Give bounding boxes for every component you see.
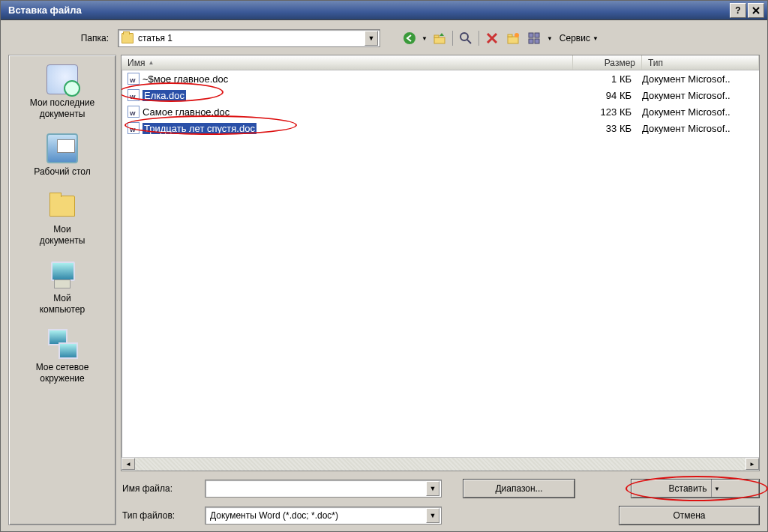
insert-split-arrow-icon[interactable]: ▼ <box>711 480 722 498</box>
place-mydocs[interactable]: Мои документы <box>14 187 111 253</box>
close-button[interactable] <box>748 3 764 18</box>
word-doc-icon <box>128 73 140 85</box>
range-button[interactable]: Диапазон... <box>463 479 575 498</box>
folder-dropdown[interactable]: статья 1 ▼ <box>118 29 380 47</box>
window-title: Вставка файла <box>4 4 730 16</box>
svg-rect-9 <box>508 37 518 43</box>
filetype-combo[interactable]: Документы Word (*.doc; *.doc*) ▼ <box>205 507 442 525</box>
word-doc-icon <box>128 106 140 118</box>
up-button[interactable] <box>430 29 449 47</box>
bottom-controls: Имя файла: ▼ Диапазон... Вставить ▼ <box>121 471 760 525</box>
svg-rect-14 <box>529 39 533 43</box>
folder-label: Папка: <box>8 33 113 43</box>
word-doc-icon <box>128 89 140 101</box>
place-mycomp[interactable]: Мой компьютер <box>14 256 111 321</box>
folder-icon <box>122 33 134 43</box>
svg-rect-13 <box>535 33 539 37</box>
column-type[interactable]: Тип <box>642 55 759 70</box>
search-button[interactable] <box>456 29 476 47</box>
toolbar: Папка: статья 1 ▼ ▼ <box>1 20 767 55</box>
word-doc-icon <box>128 122 140 134</box>
my-documents-icon <box>46 191 78 221</box>
svg-line-6 <box>467 40 471 43</box>
help-button[interactable]: ? <box>730 3 746 18</box>
svg-point-11 <box>514 33 519 37</box>
my-computer-icon <box>46 260 78 290</box>
views-dropdown[interactable]: ▼ <box>545 35 554 42</box>
cancel-button[interactable]: Отмена <box>619 506 760 525</box>
filename-combo[interactable]: ▼ <box>205 480 442 498</box>
horizontal-scrollbar[interactable]: ◄ ► <box>122 457 759 471</box>
file-pane: Имя▲ Размер Тип ~$мое главное.doc 1 КБ Д… <box>121 55 760 525</box>
file-list[interactable]: Имя▲ Размер Тип ~$мое главное.doc 1 КБ Д… <box>121 55 760 471</box>
title-bar: Вставка файла ? <box>1 1 767 20</box>
filename-label: Имя файла: <box>121 483 199 494</box>
dropdown-arrow-icon[interactable]: ▼ <box>426 481 440 496</box>
svg-rect-12 <box>529 33 533 37</box>
svg-point-2 <box>404 32 416 44</box>
recent-docs-icon <box>46 64 78 94</box>
dropdown-arrow-icon[interactable]: ▼ <box>426 508 440 523</box>
column-name[interactable]: Имя▲ <box>122 55 573 70</box>
scroll-left-icon[interactable]: ◄ <box>122 458 135 470</box>
sort-asc-icon: ▲ <box>148 59 154 66</box>
delete-button[interactable] <box>482 29 502 47</box>
current-folder-name: статья 1 <box>138 33 360 43</box>
svg-point-5 <box>460 33 468 40</box>
filetype-label: Тип файлов: <box>121 510 199 521</box>
file-row[interactable]: Елка.doc 94 КБ Документ Microsof.. <box>122 87 759 103</box>
svg-rect-15 <box>535 39 539 43</box>
list-header: Имя▲ Размер Тип <box>122 55 759 70</box>
file-row[interactable]: ~$мое главное.doc 1 КБ Документ Microsof… <box>122 70 759 87</box>
tools-menu[interactable]: Сервис ▼ <box>556 29 602 47</box>
scroll-track[interactable] <box>135 458 746 471</box>
back-dropdown[interactable]: ▼ <box>421 35 428 42</box>
desktop-icon <box>46 133 78 163</box>
place-network[interactable]: Мое сетевое окружение <box>14 324 111 390</box>
svg-rect-3 <box>434 37 445 43</box>
views-button[interactable] <box>524 29 544 47</box>
place-recent[interactable]: Мои последние документы <box>14 60 111 126</box>
svg-rect-10 <box>508 34 512 37</box>
file-insert-dialog: Вставка файла ? Папка: статья 1 ▼ ▼ <box>0 0 768 532</box>
file-row[interactable]: Самое главное.doc 123 КБ Документ Micros… <box>122 103 759 120</box>
new-folder-button[interactable] <box>503 29 523 47</box>
scroll-right-icon[interactable]: ► <box>746 458 759 470</box>
back-button[interactable] <box>400 29 419 47</box>
dropdown-arrow-icon[interactable]: ▼ <box>364 31 378 46</box>
network-places-icon <box>46 329 78 359</box>
list-body: ~$мое главное.doc 1 КБ Документ Microsof… <box>122 70 759 457</box>
svg-rect-4 <box>434 35 439 37</box>
place-desktop[interactable]: Рабочий стол <box>14 129 111 184</box>
file-row[interactable]: Тридцать лет спустя.doc 33 КБ Документ M… <box>122 120 759 136</box>
insert-button[interactable]: Вставить ▼ <box>631 479 760 498</box>
places-bar: Мои последние документы Рабочий стол Мои… <box>8 55 116 525</box>
column-size[interactable]: Размер <box>573 55 642 70</box>
